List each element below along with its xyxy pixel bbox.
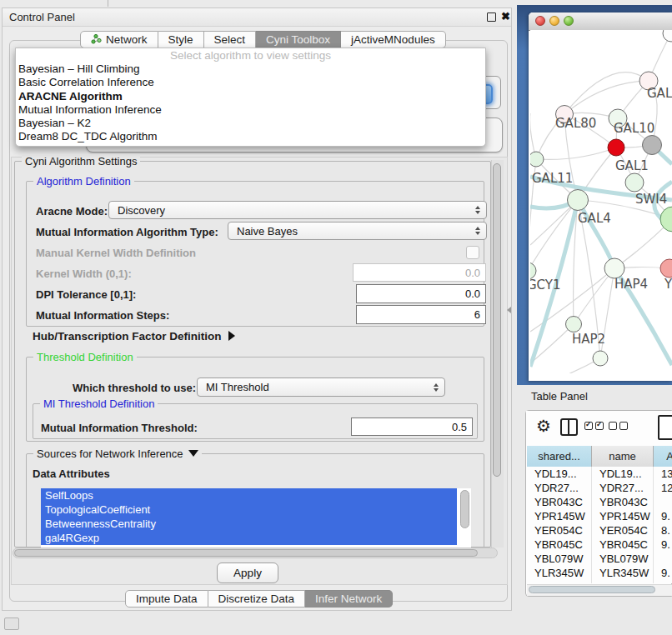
dropdown-item-bayesian-k2[interactable]: Bayesian – K2	[16, 117, 485, 130]
network-window-titlebar[interactable]	[529, 12, 672, 31]
splitter-collapse-arrow[interactable]	[507, 307, 511, 313]
table-row[interactable]: YPR145WYPR145W9.	[527, 509, 672, 523]
network-node-gal11[interactable]	[530, 152, 544, 167]
table-cell: YDR27...	[592, 481, 654, 495]
attribute-item-selfloops[interactable]: SelfLoops	[41, 488, 457, 502]
table-row[interactable]: YDR27...YDR27...12	[527, 481, 672, 495]
dropdown-item-basic-correlation-inference[interactable]: Basic Correlation Inference	[16, 76, 485, 89]
attribute-item-gal4rgexp[interactable]: gal4RGexp	[41, 531, 457, 545]
data-attributes-list[interactable]: SelfLoopsTopologicalCoefficientBetweenne…	[41, 488, 471, 548]
attribute-list-scrollbar[interactable]	[460, 490, 469, 528]
manual-kernel-label: Manual Kernel Width Definition	[36, 247, 196, 259]
tab-network[interactable]: Network	[80, 31, 158, 48]
mi-steps-field[interactable]: 6	[356, 305, 486, 324]
table-hscrollbar-thumb[interactable]	[529, 586, 655, 593]
node-label-gal1: GAL1	[615, 158, 649, 173]
which-threshold-combo[interactable]: MI Threshold	[197, 378, 445, 397]
dpi-tolerance-label: DPI Tolerance [0,1]:	[36, 288, 136, 301]
network-edge[interactable]	[564, 81, 649, 114]
tab-impute-data[interactable]: Impute Data	[125, 590, 208, 608]
tab-style[interactable]: Style	[158, 31, 204, 48]
table-row[interactable]: YBR045CYBR045C9.	[527, 538, 672, 552]
panel-grip[interactable]	[4, 618, 19, 630]
table-row[interactable]: YER054CYER054C8.	[527, 523, 672, 538]
mi-threshold-definition-title: MI Threshold Definition	[40, 398, 158, 410]
checked-box-icon	[595, 422, 604, 430]
network-node-swi4[interactable]	[625, 173, 644, 192]
node-label-gal4: GAL4	[578, 211, 611, 226]
manual-kernel-checkbox[interactable]	[466, 246, 479, 259]
table-row[interactable]: YLR345WYLR345W9.	[527, 566, 672, 580]
settings-scrollbar-thumb[interactable]	[493, 163, 501, 477]
table-row[interactable]: YBR043CYBR043C	[527, 495, 672, 509]
control-panel: Control Panel ✖ NetworkStyleSelectCyni T…	[2, 8, 512, 611]
network-node-y[interactable]	[660, 259, 672, 278]
column-header-shared[interactable]: shared...	[527, 446, 592, 467]
tab-label: Style	[168, 33, 193, 46]
network-node[interactable]	[643, 136, 662, 155]
tab-label: Network	[106, 33, 148, 46]
column-header-name[interactable]: name	[592, 446, 654, 467]
tab-infer-network[interactable]: Infer Network	[305, 590, 393, 608]
mi-threshold-field[interactable]: 0.5	[351, 418, 473, 436]
dropdown-item-dream8-dc-tdc-algorithm[interactable]: Dream8 DC_TDC Algorithm	[16, 130, 485, 143]
zoom-traffic-light[interactable]	[564, 16, 574, 26]
select-columns-icon[interactable]	[584, 422, 604, 430]
document-icon[interactable]	[658, 415, 672, 440]
network-node-gal4[interactable]	[568, 190, 589, 211]
close-traffic-light[interactable]	[535, 16, 545, 26]
dropdown-item-aracne-algorithm[interactable]: ARACNE Algorithm	[16, 90, 485, 103]
network-edge[interactable]	[530, 358, 600, 373]
gear-icon[interactable]: ⚙	[536, 418, 551, 434]
table-row[interactable]: YDL19...YDL19...13	[527, 467, 672, 481]
table-cell: YLR345W	[527, 566, 592, 580]
unchecked-box-icon	[609, 422, 617, 430]
network-node[interactable]	[593, 351, 608, 366]
network-node[interactable]	[663, 30, 672, 42]
table-cell: 9.	[654, 566, 672, 580]
network-node-hap2[interactable]	[566, 317, 582, 332]
close-icon[interactable]: ✖	[501, 10, 510, 22]
hub-definition-label: Hub/Transcription Factor Definition	[33, 330, 222, 342]
minimize-traffic-light[interactable]	[549, 16, 559, 26]
spinner-icon	[475, 227, 480, 235]
aracne-mode-combo[interactable]: Discovery	[108, 201, 487, 219]
dropdown-item-mutual-information-inference[interactable]: Mutual Information Inference	[16, 103, 485, 117]
tab-label: Select	[214, 33, 246, 46]
float-window-icon[interactable]	[487, 12, 496, 22]
deselect-columns-icon[interactable]	[609, 422, 628, 430]
network-view-window: GALGAL80GAL10GAL1GAL11SWI4GAL4GCY1HAP4YH…	[529, 12, 672, 381]
tab-jactivemnodules[interactable]: jActiveMNodules	[341, 31, 446, 48]
dropdown-item-bayesian-hill-climbing[interactable]: Bayesian – Hill Climbing	[16, 62, 485, 76]
dpi-tolerance-field[interactable]: 0.0	[356, 284, 486, 303]
tab-discretize-data[interactable]: Discretize Data	[208, 590, 306, 608]
settings-hscrollbar-thumb[interactable]	[14, 549, 478, 557]
kernel-width-field[interactable]: 0.0	[353, 263, 486, 282]
table-window: ⚙ shared...nameA YDL19...YDL19...13YDR27…	[525, 410, 672, 597]
mi-type-combo[interactable]: Naive Bayes	[228, 222, 487, 240]
table-row[interactable]: YIL052CYIL052C9.	[527, 580, 672, 583]
tab-select[interactable]: Select	[204, 31, 257, 48]
algorithm-definition-title: Algorithm Definition	[33, 175, 134, 188]
table-row[interactable]: YBL079WYBL079W	[527, 552, 672, 566]
column-header-a[interactable]: A	[654, 446, 672, 467]
network-node[interactable]	[660, 207, 672, 232]
network-node-hap4[interactable]	[604, 258, 624, 278]
sources-title-text: Sources for Network Inference	[37, 448, 183, 460]
sources-title[interactable]: Sources for Network Inference	[33, 448, 202, 460]
table-cell: YIL052C	[592, 580, 654, 583]
network-canvas[interactable]: GALGAL80GAL10GAL1GAL11SWI4GAL4GCY1HAP4YH…	[530, 30, 672, 373]
split-columns-icon[interactable]	[560, 418, 578, 436]
attribute-item-betweennesscentrality[interactable]: BetweennessCentrality	[41, 517, 457, 531]
hub-definition-toggle[interactable]: Hub/Transcription Factor Definition	[33, 330, 235, 342]
table-cell: YDL19...	[527, 467, 592, 481]
attribute-item-topologicalcoefficient[interactable]: TopologicalCoefficient	[41, 502, 457, 517]
network-edge[interactable]	[536, 148, 616, 159]
spinner-icon	[434, 383, 439, 392]
network-edge[interactable]	[564, 72, 649, 114]
apply-button[interactable]: Apply	[217, 562, 278, 583]
network-node-gcy1[interactable]	[530, 262, 536, 279]
bottom-tabbar: Impute DataDiscretize DataInfer Network	[125, 590, 393, 608]
tab-cyni-toolbox[interactable]: Cyni Toolbox	[256, 31, 341, 48]
network-node-gal1[interactable]	[608, 139, 624, 156]
